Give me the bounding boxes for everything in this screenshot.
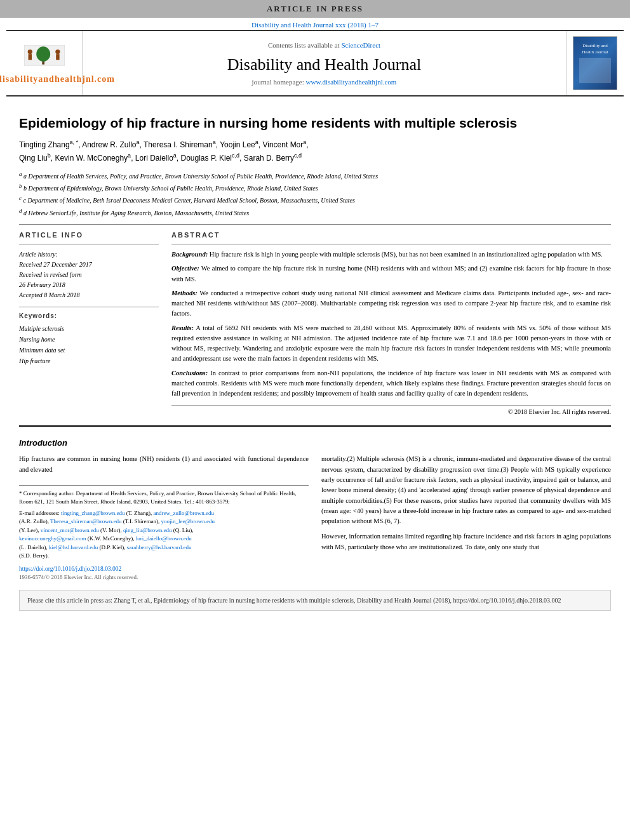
issn-line: 1936-6574/© 2018 Elsevier Inc. All right… xyxy=(19,574,309,580)
abstract-background: Background: Hip fracture risk is high in… xyxy=(171,250,611,260)
article-info-header: ARTICLE INFO xyxy=(19,231,159,239)
elsevier-tree-icon xyxy=(19,43,70,74)
author-berry: Sarah D. Berry xyxy=(244,154,294,163)
received-date: Received 27 December 2017 xyxy=(19,260,159,270)
author-lee: Yoojin Lee xyxy=(220,140,255,149)
journal-info-line: Disability and Health Journal xxx (2018)… xyxy=(0,18,630,30)
article-in-press-banner: ARTICLE IN PRESS xyxy=(0,0,630,18)
article-title: Epidemiology of hip fracture in nursing … xyxy=(19,114,611,131)
author-kiel: Douglas P. Kiel xyxy=(181,154,232,163)
email-kiel[interactable]: kiel@hsl.harvard.edu xyxy=(49,544,98,550)
copyright-line: © 2018 Elsevier Inc. All rights reserved… xyxy=(171,405,611,415)
email-zullo[interactable]: andrew_zullo@brown.edu xyxy=(154,510,215,516)
keyword-4: Hip fracture xyxy=(19,356,159,366)
divider-info-top xyxy=(19,244,159,244)
journal-main-title: Disability and Health Journal xyxy=(227,55,421,74)
keyword-1: Multiple sclerosis xyxy=(19,323,159,334)
keywords-section: Keywords: Multiple sclerosis Nursing hom… xyxy=(19,312,159,366)
intro-right-text: mortality.(2) Multiple sclerosis (MS) is… xyxy=(321,454,611,552)
divider-1 xyxy=(19,224,611,225)
abstract-text: Background: Hip fracture risk is high in… xyxy=(171,250,611,399)
email-liu[interactable]: qing_liu@brown.edu xyxy=(123,527,172,533)
email-lee[interactable]: yoojin_lee@brown.edu xyxy=(161,518,215,524)
divider-abstract xyxy=(171,244,611,244)
abstract-col: ABSTRACT Background: Hip fracture risk i… xyxy=(171,231,611,415)
abstract-results: Results: A total of 5692 NH residents wi… xyxy=(171,323,611,364)
elsevier-logo-box: www.disabilityandhealthjnl.com xyxy=(6,31,83,95)
affil-c: c c Department of Medicine, Beth Israel … xyxy=(19,194,611,205)
contents-line: Contents lists available at ScienceDirec… xyxy=(268,41,380,49)
svg-rect-4 xyxy=(28,54,31,60)
intro-right-para-2: However, information remains limited reg… xyxy=(321,531,611,552)
author-mcconeghy: Kevin W. McConeghy xyxy=(55,154,128,163)
email-berry[interactable]: sarahberry@hsl.harvard.edu xyxy=(127,544,192,550)
introduction-title: Introduction xyxy=(19,438,611,448)
author-mor: Vincent Mor xyxy=(262,140,303,149)
divider-info-bottom xyxy=(19,307,159,307)
keywords-list: Multiple sclerosis Nursing home Minimum … xyxy=(19,323,159,366)
article-info-col: ARTICLE INFO Article history: Received 2… xyxy=(19,231,159,415)
keyword-3: Minimum data set xyxy=(19,345,159,356)
intro-right-para-1: mortality.(2) Multiple sclerosis (MS) is… xyxy=(321,454,611,526)
svg-rect-6 xyxy=(56,54,59,60)
accepted-date: Accepted 8 March 2018 xyxy=(19,290,159,300)
svg-point-5 xyxy=(55,49,60,53)
intro-two-col: Hip fractures are common in nursing home… xyxy=(19,454,611,580)
author-liu: Qing Liu xyxy=(19,154,48,163)
main-content: Epidemiology of hip fracture in nursing … xyxy=(0,97,630,617)
email-addresses-note: E-mail addresses: tingting_zhang@brown.e… xyxy=(19,509,309,561)
journal-cover-image: Disability andHealth Journal xyxy=(573,36,617,90)
abstract-methods: Methods: We conducted a retrospective co… xyxy=(171,288,611,319)
journal-cover-box: Disability andHealth Journal xyxy=(566,31,624,95)
revised-label: Received in revised form xyxy=(19,270,159,280)
introduction-section: Introduction Hip fractures are common in… xyxy=(19,438,611,580)
intro-right-col: mortality.(2) Multiple sclerosis (MS) is… xyxy=(321,454,611,580)
doi-link[interactable]: https://doi.org/10.1016/j.dhjo.2018.03.0… xyxy=(19,566,121,572)
abstract-objective: Objective: We aimed to compare the hip f… xyxy=(171,263,611,284)
corresponding-author-note: * Corresponding author. Department of He… xyxy=(19,490,309,507)
doi-area: https://doi.org/10.1016/j.dhjo.2018.03.0… xyxy=(19,566,309,572)
keywords-label: Keywords: xyxy=(19,312,159,319)
journal-homepage-line: journal homepage: www.disabilityandhealt… xyxy=(252,78,397,86)
intro-left-text: Hip fractures are common in nursing home… xyxy=(19,454,309,475)
authors-line: Tingting Zhanga, *, Andrew R. Zulloa, Th… xyxy=(19,138,611,164)
author-daiello: Lori Daiello xyxy=(135,154,173,163)
author-shireman: Theresa I. Shireman xyxy=(144,140,213,149)
homepage-url[interactable]: www.disabilityandhealthjnl.com xyxy=(306,78,397,86)
intro-left-col: Hip fractures are common in nursing home… xyxy=(19,454,309,580)
abstract-conclusions: Conclusions: In contrast to prior compar… xyxy=(171,368,611,399)
citation-box: Please cite this article in press as: Zh… xyxy=(19,590,611,611)
info-abstract-section: ARTICLE INFO Article history: Received 2… xyxy=(19,231,611,415)
abstract-header: ABSTRACT xyxy=(171,231,611,239)
revised-date: 26 February 2018 xyxy=(19,280,159,290)
affiliations: a a Department of Health Services, Polic… xyxy=(19,170,611,218)
keyword-2: Nursing home xyxy=(19,334,159,345)
email-daiello[interactable]: lori_daiello@brown.edu xyxy=(136,535,192,542)
journal-header: www.disabilityandhealthjnl.com Contents … xyxy=(6,30,624,97)
author-tingting: Tingting Zhang xyxy=(19,140,70,149)
history-label: Article history: xyxy=(19,250,159,260)
email-mcconeghy[interactable]: kevinucconeghy@gmail.com xyxy=(19,535,86,542)
divider-main xyxy=(19,425,611,427)
svg-point-3 xyxy=(27,49,32,53)
journal-title-center: Contents lists available at ScienceDirec… xyxy=(83,31,566,95)
affil-a: a a Department of Health Services, Polic… xyxy=(19,170,611,181)
author-zullo: Andrew R. Zullo xyxy=(82,140,136,149)
sciencedirect-link[interactable]: ScienceDirect xyxy=(341,41,380,49)
email-tingting[interactable]: tingting_zhang@brown.edu xyxy=(61,510,125,516)
intro-para-1: Hip fractures are common in nursing home… xyxy=(19,454,309,475)
article-history: Article history: Received 27 December 20… xyxy=(19,250,159,300)
affil-b: b b Department of Epidemiology, Brown Un… xyxy=(19,182,611,193)
svg-point-2 xyxy=(36,46,50,62)
email-shireman[interactable]: Theresa_shireman@brown.edu xyxy=(50,518,122,524)
footnote-area: * Corresponding author. Department of He… xyxy=(19,485,309,561)
email-mor[interactable]: vincent_mor@brown.edu xyxy=(41,527,99,533)
affil-d: d d Hebrew SeniorLife, Institute for Agi… xyxy=(19,207,611,218)
